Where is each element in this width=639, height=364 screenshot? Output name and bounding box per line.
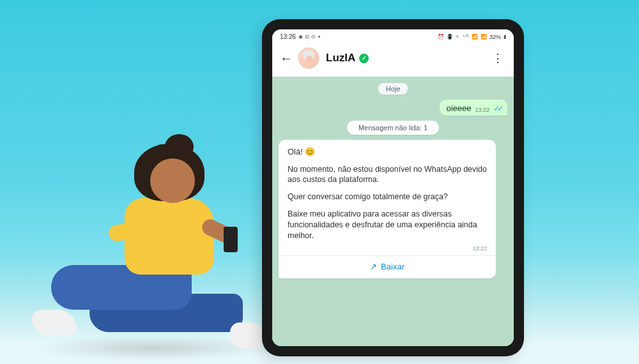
download-button[interactable]: ↗ Baixar [279,255,496,276]
status-time: 13:26 [280,33,296,40]
instagram-icon: ◎ [311,34,316,40]
signal-icon: 📶 [472,34,478,40]
messenger-icon: ◘ [305,34,309,40]
incoming-line: Olá! 😊 [288,146,487,158]
incoming-line: Quer conversar comigo totalmente de graç… [288,192,487,202]
contact-name[interactable]: LuzIA [326,52,355,64]
battery-icon: ▮ [504,34,506,40]
chat-body: Hoje oieeee 13:22 ✓✓ Mensagem não lida: … [272,77,514,346]
download-label: Baixar [381,262,404,271]
whatsapp-icon: ◉ [298,34,303,40]
wifi-icon: ᯤ [456,34,461,40]
tablet-frame: 13:26 ◉ ◘ ◎ ⏰ 📳 ᯤ ᴸᵀᴱ 📶 📶 32% ▮ ← LuzIA [262,19,524,356]
kebab-menu-icon[interactable]: ⋮ [489,51,506,65]
incoming-message[interactable]: Olá! 😊 No momento, não estou disponível … [279,140,496,278]
back-arrow-icon[interactable]: ← [280,51,293,66]
signal-icon: 📶 [481,34,487,40]
vibrate-icon: 📳 [447,34,453,40]
outgoing-message[interactable]: oieeee 13:22 ✓✓ [440,100,507,116]
verified-badge-icon [359,54,369,63]
person-illustration [38,147,275,358]
incoming-line: Baixe meu aplicativo para acessar as div… [288,209,487,241]
chat-header: ← LuzIA ⋮ [272,42,514,77]
avatar[interactable] [298,47,320,69]
outgoing-message-text: oieeee [446,103,471,113]
date-separator: Hoje [378,83,408,95]
battery-text: 32% [489,34,501,40]
more-notifications-dot [318,36,320,38]
alarm-icon: ⏰ [438,34,444,40]
phone-in-hand [224,227,238,252]
external-link-icon: ↗ [370,262,377,271]
lte-icon: ᴸᵀᴱ [463,34,469,40]
tablet-screen: 13:26 ◉ ◘ ◎ ⏰ 📳 ᯤ ᴸᵀᴱ 📶 📶 32% ▮ ← LuzIA [272,29,514,346]
outgoing-message-time: 13:22 [475,107,489,113]
android-status-bar: 13:26 ◉ ◘ ◎ ⏰ 📳 ᯤ ᴸᵀᴱ 📶 📶 32% ▮ [272,29,514,42]
incoming-line: No momento, não estou disponível no What… [288,164,487,186]
unread-separator: Mensagem não lida: 1 [347,121,439,135]
incoming-message-time: 13:22 [288,245,487,252]
read-receipt-icon: ✓✓ [493,104,501,113]
